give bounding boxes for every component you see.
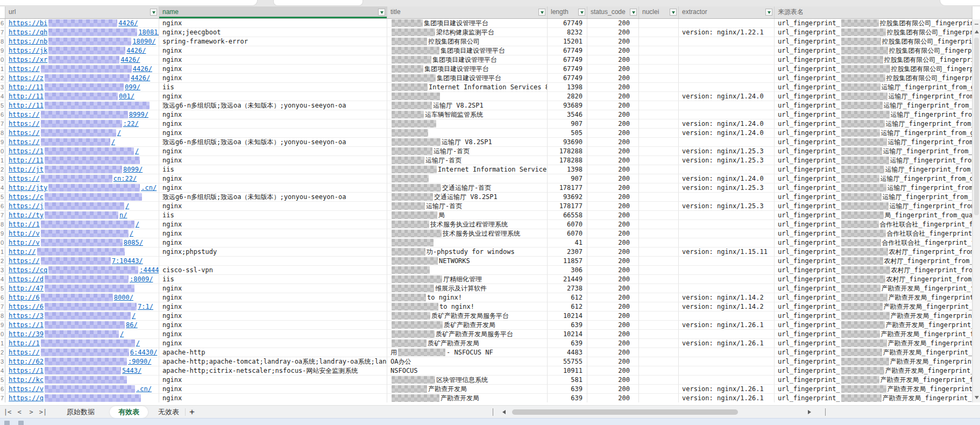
url-cell[interactable]: http://11 (5, 156, 159, 165)
source-table-cell[interactable]: url_fingerprint_产勘查开发局_fingerprint_f (775, 330, 972, 339)
url-cell[interactable]: http://47 (5, 284, 159, 293)
url-link[interactable]: http://kc (9, 376, 128, 384)
source-table-cell[interactable]: url_fingerprint_运输厅_fingerprint_from_gog (775, 119, 972, 129)
url-cell[interactable]: http:// (5, 247, 159, 257)
add-sheet-button[interactable]: + (189, 406, 195, 418)
nuclei-cell[interactable] (639, 376, 679, 385)
source-table-cell[interactable]: url_fingerprint_产勘查开发局_fingerprint_f (775, 302, 972, 311)
length-cell[interactable]: 2738 (548, 284, 587, 293)
extractor-cell[interactable] (679, 74, 775, 83)
url-cell[interactable]: https://15443/ (5, 366, 159, 376)
extractor-cell[interactable]: version: nginx/1.25.3 (679, 202, 775, 211)
filter-dropdown-icon[interactable] (630, 9, 637, 16)
length-cell[interactable]: 639 (548, 339, 587, 348)
name-cell[interactable]: apache-http;apache-tomcat;landray-oa系统;l… (159, 357, 387, 366)
url-link[interactable]: http://47 (9, 285, 136, 292)
nuclei-cell[interactable] (639, 119, 679, 129)
title-cell[interactable] (387, 129, 548, 138)
url-link[interactable]: https://3/ (9, 312, 136, 320)
source-table-cell[interactable]: url_fingerprint_运输厅_fingerprint_from_qua (775, 183, 972, 193)
nuclei-cell[interactable] (639, 156, 679, 165)
sheet-tab-valid[interactable]: 有效表 (110, 406, 148, 418)
title-cell[interactable]: 集团项目建设管理平台 (387, 74, 548, 83)
title-cell[interactable]: 质矿产勘查开发局服务平台 (387, 311, 548, 321)
nuclei-cell[interactable] (639, 65, 679, 74)
status-code-cell[interactable]: 200 (587, 321, 639, 330)
url-cell[interactable]: http://jty.cn/ (5, 183, 159, 193)
source-table-cell[interactable]: url_fingerprint_合作社联合社_fingerprint_fro (775, 238, 972, 247)
length-cell[interactable]: 3546 (548, 110, 587, 119)
length-cell[interactable]: 2820 (548, 92, 587, 101)
status-code-cell[interactable]: 200 (587, 110, 639, 119)
name-cell[interactable]: nginx (159, 65, 387, 74)
title-cell[interactable]: 质矿产勘查开发局 (387, 339, 548, 348)
status-code-cell[interactable]: 200 (587, 74, 639, 83)
nuclei-cell[interactable] (639, 302, 679, 311)
nuclei-cell[interactable] (639, 110, 679, 119)
title-cell[interactable]: 技术服务执业过程管理系统 (387, 220, 548, 229)
title-cell[interactable]: 维展示及计算软件 (387, 284, 548, 293)
url-link[interactable]: http://62:9090/ (9, 358, 151, 365)
status-code-cell[interactable]: 200 (587, 238, 639, 247)
url-link[interactable]: http://11 (9, 157, 141, 164)
title-cell[interactable]: 局 (387, 211, 548, 220)
nuclei-cell[interactable] (639, 293, 679, 302)
title-cell[interactable]: to nginx! (387, 302, 548, 311)
title-cell[interactable] (387, 119, 548, 129)
length-cell[interactable]: 93689 (548, 101, 587, 110)
url-link[interactable]: http://11001/ (9, 93, 134, 100)
url-cell[interactable]: https://8999/ (5, 110, 159, 119)
extractor-cell[interactable] (679, 165, 775, 174)
filter-dropdown-icon[interactable] (578, 9, 585, 16)
name-cell[interactable]: nginx (159, 220, 387, 229)
column-header-length[interactable]: length (548, 6, 587, 18)
source-table-cell[interactable]: url_fingerprint_产勘查开发局_fingerprint_f (775, 348, 972, 357)
url-link[interactable]: https://6:4430/ (9, 349, 157, 356)
title-cell[interactable] (387, 174, 548, 183)
url-cell[interactable]: https://xr4426/ (5, 55, 159, 65)
status-code-cell[interactable]: 200 (587, 220, 639, 229)
nuclei-cell[interactable] (639, 266, 679, 275)
length-cell[interactable]: 1398 (548, 165, 587, 174)
extractor-cell[interactable]: version: nginx/1.26.1 (679, 394, 775, 402)
status-code-cell[interactable]: 200 (587, 357, 639, 366)
source-table-cell[interactable]: url_fingerprint_产勘查开发局_fingerprint_f (775, 357, 972, 366)
url-link[interactable]: https://q (9, 394, 142, 402)
column-header-name[interactable]: name (159, 6, 387, 18)
length-cell[interactable]: 178288 (548, 156, 587, 165)
title-cell[interactable] (387, 92, 548, 101)
title-cell[interactable]: 集团项目建设管理平台 (387, 65, 548, 74)
first-sheet-button[interactable]: |< (2, 407, 13, 417)
length-cell[interactable]: 612 (548, 293, 587, 302)
length-cell[interactable]: 67749 (548, 46, 587, 55)
split-handle-icon[interactable] (975, 24, 978, 25)
extractor-cell[interactable] (679, 229, 775, 238)
extractor-cell[interactable]: version: nginx/1.22.1 (679, 28, 775, 37)
source-table-cell[interactable]: url_fingerprint_农村厅_fingerprint_from_gog (775, 257, 972, 266)
column-header-url[interactable]: url (5, 6, 159, 18)
length-cell[interactable]: 67749 (548, 65, 587, 74)
title-cell[interactable]: OA办公 (387, 357, 548, 366)
nuclei-cell[interactable] (639, 92, 679, 101)
length-cell[interactable]: 67749 (548, 19, 587, 28)
title-cell[interactable]: 质矿产勘查开发局 (387, 321, 548, 330)
nuclei-cell[interactable] (639, 83, 679, 92)
name-cell[interactable]: nginx (159, 156, 387, 165)
length-cell[interactable]: 6070 (548, 229, 587, 238)
title-cell[interactable]: to nginx! (387, 293, 548, 302)
status-code-cell[interactable]: 200 (587, 101, 639, 110)
url-link[interactable]: https://67:1/ (9, 303, 153, 310)
url-cell[interactable]: http://v8085/ (5, 238, 159, 247)
url-cell[interactable]: http://tyn/ (5, 211, 159, 220)
url-link[interactable]: http://v8085/ (9, 239, 143, 246)
title-cell[interactable]: 产勘查开发局 (387, 385, 548, 394)
status-code-cell[interactable]: 200 (587, 376, 639, 385)
source-table-cell[interactable]: url_fingerprint_产勘查开发局_fingerprint_f (775, 321, 972, 330)
length-cell[interactable]: 21449 (548, 275, 587, 284)
source-table-cell[interactable]: url_fingerprint_农村厅_fingerprint_from_qua (775, 275, 972, 284)
name-cell[interactable]: cisco-ssl-vpn (159, 266, 387, 275)
nuclei-cell[interactable] (639, 55, 679, 65)
url-cell[interactable]: https://jk4426/ (5, 46, 159, 55)
url-cell[interactable]: https:/// (5, 129, 159, 138)
url-link[interactable]: http://68000/ (9, 294, 133, 301)
